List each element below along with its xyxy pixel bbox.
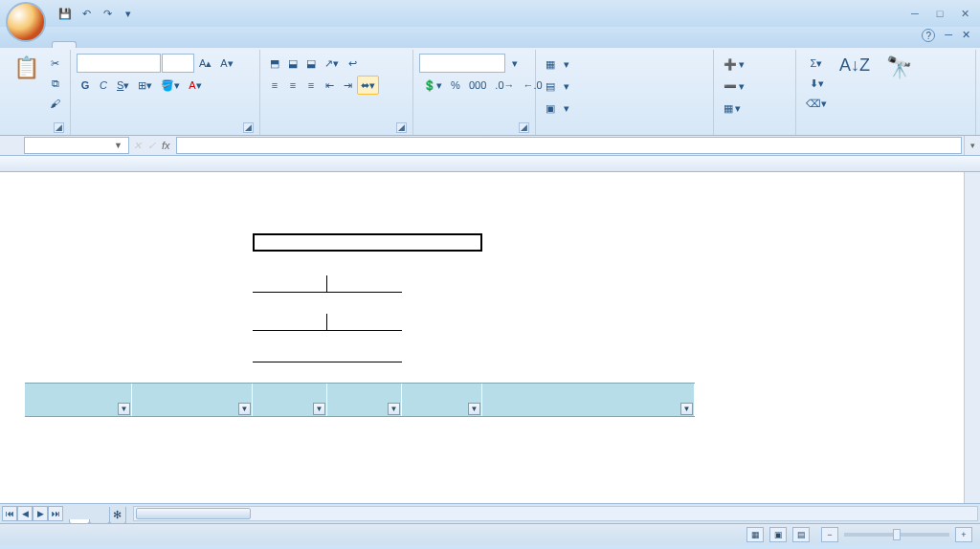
- align-dialog-launcher[interactable]: ◢: [396, 122, 407, 133]
- name-box[interactable]: ▼: [24, 137, 129, 154]
- filter-icon[interactable]: ▼: [313, 403, 325, 415]
- filter-icon[interactable]: ▼: [468, 403, 480, 415]
- col-sistolica[interactable]: ▼: [253, 384, 327, 416]
- sheet-tab-active[interactable]: [69, 519, 90, 524]
- decrease-indent-button[interactable]: ⇤: [321, 76, 338, 95]
- border-button[interactable]: ⊞▾: [134, 76, 156, 95]
- col-data[interactable]: ▼: [25, 384, 132, 416]
- decrease-font-button[interactable]: A▾: [216, 54, 236, 73]
- enter-formula-icon[interactable]: ✓: [147, 140, 156, 152]
- expand-formula-bar-button[interactable]: ▾: [964, 136, 980, 155]
- cut-button[interactable]: ✂: [46, 54, 64, 73]
- undo-icon[interactable]: ↶: [78, 6, 94, 21]
- filter-icon[interactable]: ▼: [680, 403, 693, 415]
- wrap-text-button[interactable]: ↩: [344, 54, 361, 73]
- worksheet-grid[interactable]: ▼ ▼ ▼ ▼ ▼ ▼: [0, 156, 980, 503]
- filter-icon[interactable]: ▼: [388, 403, 400, 415]
- delete-cells-button[interactable]: ➖▾: [720, 76, 790, 97]
- restore-button[interactable]: □: [930, 8, 949, 20]
- number-format-combo[interactable]: [419, 54, 505, 73]
- doc-close-button[interactable]: ✕: [962, 29, 970, 42]
- comma-button[interactable]: 000: [465, 76, 490, 95]
- horizontal-scrollbar[interactable]: [133, 506, 978, 521]
- merge-center-button[interactable]: ⬌▾: [357, 76, 379, 95]
- page-layout-view-button[interactable]: ▣: [769, 527, 787, 542]
- save-icon[interactable]: 💾: [57, 6, 73, 21]
- align-right-button[interactable]: ≡: [302, 76, 320, 95]
- tab-layout[interactable]: [100, 42, 122, 48]
- office-button[interactable]: [6, 2, 46, 42]
- fill-button[interactable]: ⬇▾: [802, 74, 831, 93]
- align-top-button[interactable]: ⬒: [266, 54, 283, 73]
- increase-indent-button[interactable]: ⇥: [339, 76, 356, 95]
- autosum-button[interactable]: Σ▾: [802, 54, 831, 73]
- tab-inserisci[interactable]: [77, 42, 100, 48]
- font-dialog-launcher[interactable]: ◢: [243, 122, 254, 133]
- font-name-combo[interactable]: [77, 54, 161, 73]
- align-middle-button[interactable]: ⬓: [284, 54, 301, 73]
- tab-formule[interactable]: [122, 42, 145, 48]
- tab-nav-prev[interactable]: ◀: [17, 506, 33, 521]
- formula-input[interactable]: [176, 137, 962, 154]
- normal-view-button[interactable]: ▦: [746, 527, 764, 542]
- align-left-button[interactable]: ≡: [266, 76, 283, 95]
- font-color-button[interactable]: A▾: [185, 76, 205, 95]
- vertical-scrollbar[interactable]: [964, 172, 980, 503]
- format-painter-button[interactable]: 🖌: [46, 94, 64, 113]
- page-break-view-button[interactable]: ▤: [792, 527, 810, 542]
- minimize-button[interactable]: ─: [905, 8, 924, 20]
- find-select-button[interactable]: 🔭: [879, 54, 919, 84]
- align-bottom-button[interactable]: ⬓: [302, 54, 320, 73]
- zoom-in-button[interactable]: +: [955, 527, 972, 542]
- format-as-table-button[interactable]: ▤ ▾: [542, 76, 707, 97]
- col-commenti[interactable]: ▼: [482, 384, 695, 416]
- zoom-slider[interactable]: [844, 533, 949, 537]
- clipboard-dialog-launcher[interactable]: ◢: [54, 122, 64, 133]
- paste-button[interactable]: 📋: [10, 54, 42, 84]
- clear-button[interactable]: ⌫▾: [802, 94, 831, 113]
- font-size-combo[interactable]: [162, 54, 194, 73]
- col-diastolica[interactable]: ▼: [327, 384, 402, 416]
- percent-button[interactable]: %: [447, 76, 464, 95]
- tab-dati[interactable]: [145, 42, 168, 48]
- help-icon[interactable]: ?: [922, 29, 935, 42]
- fill-color-button[interactable]: 🪣▾: [157, 76, 184, 95]
- qat-more-icon[interactable]: ▾: [121, 6, 136, 21]
- number-format-more[interactable]: ▾: [506, 54, 523, 73]
- fx-icon[interactable]: fx: [162, 140, 170, 151]
- sheet-tab-2[interactable]: [89, 519, 110, 524]
- scrollbar-thumb[interactable]: [136, 508, 251, 519]
- italic-button[interactable]: C: [95, 76, 112, 95]
- nome-input-cell[interactable]: [253, 233, 482, 252]
- col-ora[interactable]: ▼: [132, 384, 253, 416]
- cell-styles-button[interactable]: ▣ ▾: [542, 98, 707, 119]
- minimize-ribbon-button[interactable]: ─: [945, 29, 952, 42]
- namebox-dropdown-icon[interactable]: ▼: [114, 141, 122, 150]
- currency-button[interactable]: 💲▾: [419, 76, 446, 95]
- tab-home[interactable]: [52, 41, 77, 48]
- cancel-formula-icon[interactable]: ✕: [133, 140, 142, 152]
- chiamare-diastolica-cell[interactable]: [327, 314, 402, 331]
- increase-font-button[interactable]: A▴: [195, 54, 215, 73]
- filter-icon[interactable]: ▼: [238, 403, 251, 415]
- bold-button[interactable]: G: [77, 76, 94, 95]
- zoom-thumb[interactable]: [893, 529, 901, 540]
- redo-icon[interactable]: ↷: [100, 6, 115, 21]
- tab-nav-last[interactable]: ⏭: [48, 506, 63, 521]
- align-center-button[interactable]: ≡: [284, 76, 301, 95]
- increase-decimal-button[interactable]: .0→: [491, 76, 518, 95]
- chiamare-sistolica-cell[interactable]: [253, 314, 327, 331]
- format-cells-button[interactable]: ▦▾: [720, 98, 790, 119]
- copy-button[interactable]: ⧉: [46, 74, 64, 93]
- conditional-formatting-button[interactable]: ▦ ▾: [542, 54, 707, 75]
- insert-sheet-tab[interactable]: ✻: [109, 507, 126, 524]
- zoom-out-button[interactable]: −: [821, 527, 838, 542]
- filter-icon[interactable]: ▼: [118, 403, 130, 415]
- number-dialog-launcher[interactable]: ◢: [519, 122, 529, 133]
- underline-button[interactable]: S▾: [113, 76, 133, 95]
- tab-sviluppo[interactable]: [214, 42, 237, 48]
- insert-cells-button[interactable]: ➕▾: [720, 54, 790, 75]
- orientation-button[interactable]: ↗▾: [321, 54, 343, 73]
- tab-visualizza[interactable]: [191, 42, 214, 48]
- tab-revisione[interactable]: [168, 42, 191, 48]
